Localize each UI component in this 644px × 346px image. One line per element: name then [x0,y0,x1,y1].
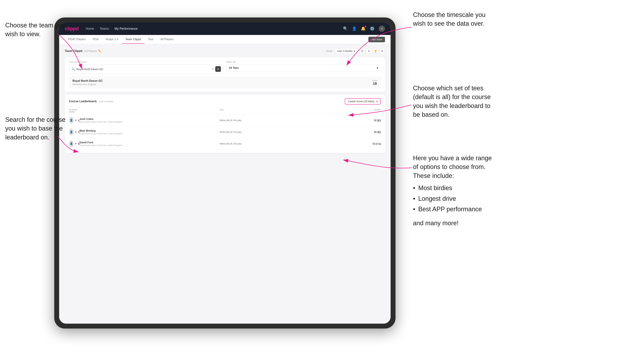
sub-nav-pga[interactable]: PGA [89,35,102,44]
bullet-1: Most birdies [413,184,492,192]
heart-icon-3: ♥ [75,142,76,145]
table-row: 👤 ♥ 3 David Ford Royal North Devon Golf … [69,138,381,150]
tablet-screen: clippd Home Teams My Performance 🔍 👤 🔔 ⚙… [59,22,390,324]
nav-my-performance[interactable]: My Performance [114,27,138,30]
score-type-chevron-down-icon: ▾ [376,100,378,103]
course-search-input[interactable] [76,68,210,71]
sub-nav-all-players[interactable]: All Players [157,35,177,44]
holes-badge: Holes 18 [372,79,377,86]
sub-nav-hcaps[interactable]: Hcaps 1-5 [102,35,122,44]
select-tee-field: Select Tee All Tees ▾ [226,61,381,74]
search-icon[interactable]: 🔍 [343,26,348,31]
search-grid: Find a Golf Course 🔍 ✕ ★ Select Tee All … [69,61,381,74]
course-location: Westward Hol, England [72,83,102,86]
annotation-top-left: Choose the team you wish to view. [5,21,65,39]
sub-nav-team-clippd[interactable]: Team Clippd [122,35,144,44]
avatar-3: 👤 [69,140,74,147]
sub-nav-tour[interactable]: Tour [144,35,157,44]
player-rank-1: 👤 ♥ 1 [69,117,80,124]
app-logo: clippd [65,26,78,31]
annotation-bottom-right: Here you have a wide range of options to… [413,154,492,228]
col-tee: TEE [220,109,360,113]
notification-badge-dot [364,26,366,27]
score-3: 73 (+1) [360,142,381,145]
and-more-text: and many more! [413,219,492,227]
score-1: 72 (E) [360,119,381,122]
leaderboard-subtitle: Last 3 months [99,100,113,103]
add-team-button[interactable]: Add Team [368,37,385,42]
show-dropdown[interactable]: Last 3 months ▾ [335,48,357,54]
leaderboard-title: Course Leaderboard, [69,100,97,103]
sub-nav-pgat[interactable]: PGAT Players [65,35,89,44]
edit-icon[interactable]: ✏️ [98,49,102,53]
annotation-bottom-left: Search for the course you wish to base t… [5,115,66,142]
search-field-icon: 🔍 [72,67,75,71]
player-count: | 14 Players [84,50,97,52]
select-tee-label: Select Tee [226,61,381,63]
holes-label: Holes [372,79,377,82]
nav-home[interactable]: Home [86,27,94,30]
col-player-name: PLAYER NAME [69,109,80,113]
annotation-top-right: Choose the timescale you wish to see the… [413,10,486,28]
settings-icon[interactable]: ⚙️ [370,26,374,31]
heart-icon-2: ♥ [75,131,76,133]
heart-icon-1: ♥ [75,119,76,122]
find-course-label: Find a Golf Course [69,61,224,63]
annotation-middle-right: Choose which set of tees (default is all… [413,84,491,119]
nav-teams[interactable]: Teams [100,27,109,30]
player-info-2: Blair McHarg Royal North Devon Golf Club… [80,129,220,135]
show-label: Show: [326,50,333,52]
search-input-wrap: 🔍 ✕ ★ [69,64,224,74]
chevron-down-icon: ▾ [354,50,355,52]
team-title-wrap: Team Clippd | 14 Players ✏️ [65,49,102,53]
leaderboard-table: PLAYER NAME TEE SCORE 👤 ♥ 1 Josh [69,107,381,150]
person-icon[interactable]: 👤 [352,26,357,31]
table-row: 👤 ♥ 1 Blair McHarg Royal North Devon Gol… [69,126,381,138]
user-avatar[interactable]: U [379,25,385,32]
show-controls: Show: Last 3 months ▾ ⊞ ☰ 🏆 ⬇ [326,48,385,54]
course-info: Royal North Devon GC Westward Hol, Engla… [72,79,102,86]
list-view-button[interactable]: ☰ [366,48,372,54]
bullet-3: Best APP performance [413,205,492,213]
leaderboard-title-wrap: Course Leaderboard, Last 3 months [69,100,113,103]
tee-info-3: White (M) (6,744 yds) [220,142,360,145]
course-name: Royal North Devon GC [72,79,102,82]
tablet-frame: clippd Home Teams My Performance 🔍 👤 🔔 ⚙… [54,17,396,329]
download-button[interactable]: ⬇ [380,48,385,54]
sub-navbar: PGAT Players PGA Hcaps 1-5 Team Clippd T… [59,35,390,44]
team-header: Team Clippd | 14 Players ✏️ Show: Last 3… [65,48,385,54]
leaderboard-card: Course Leaderboard, Last 3 months Lowest… [65,95,385,153]
grid-view-button[interactable]: ⊞ [360,48,365,54]
col-score: SCORE [360,109,381,113]
favorite-button[interactable]: ★ [215,66,221,72]
bell-icon[interactable]: 🔔 [361,26,366,31]
tee-dropdown[interactable]: All Tees ▾ [226,64,381,71]
search-card: Find a Golf Course 🔍 ✕ ★ Select Tee All … [65,57,385,92]
avatar-2: 👤 [69,129,74,135]
view-icons: ⊞ ☰ 🏆 ⬇ [360,48,385,54]
options-list: Most birdies Longest drive Best APP perf… [413,184,492,213]
score-2: 72 (E) [360,131,381,134]
team-name-label: Team Clippd [65,49,82,53]
avatar-1: 👤 [69,117,74,124]
table-row: 👤 ♥ 1 Josh Coles Royal North Devon Golf … [69,114,381,126]
tee-chevron-down-icon: ▾ [377,66,378,70]
tee-info-1: White (M) (6,744 yds) [220,119,360,122]
main-content: Team Clippd | 14 Players ✏️ Show: Last 3… [59,44,390,324]
score-type-dropdown[interactable]: Lowest Score (18 holes) ▾ [345,98,381,105]
bullet-2: Longest drive [413,194,492,203]
app-navbar: clippd Home Teams My Performance 🔍 👤 🔔 ⚙… [59,22,390,35]
leaderboard-header: Course Leaderboard, Last 3 months Lowest… [69,98,381,105]
holes-number: 18 [372,82,377,86]
course-result: Royal North Devon GC Westward Hol, Engla… [69,77,381,88]
player-info-3: David Ford Royal North Devon Golf Club, … [80,141,220,147]
find-course-field: Find a Golf Course 🔍 ✕ ★ [69,61,224,74]
player-rank-2: 👤 ♥ 1 [69,129,80,135]
clear-search-icon[interactable]: ✕ [212,67,214,71]
sub-nav-items: PGAT Players PGA Hcaps 1-5 Team Clippd T… [65,35,368,44]
table-header: PLAYER NAME TEE SCORE [69,107,381,114]
trophy-view-button[interactable]: 🏆 [373,48,378,54]
nav-links: Home Teams My Performance [86,27,343,30]
player-rank-3: 👤 ♥ 3 [69,140,80,147]
nav-icons: 🔍 👤 🔔 ⚙️ U [343,25,385,32]
